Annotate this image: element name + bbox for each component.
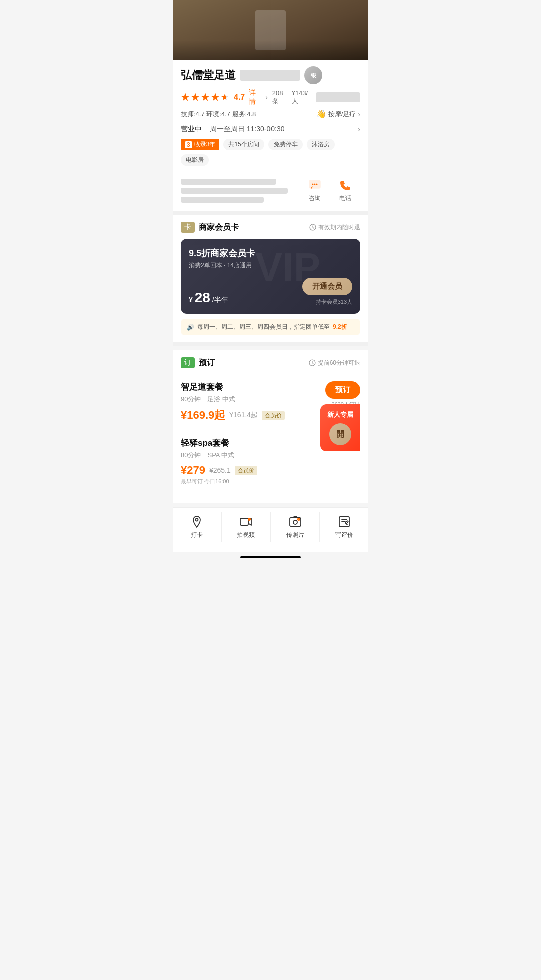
svg-point-2 <box>314 184 316 185</box>
tag-cinema: 电影房 <box>181 154 209 166</box>
package-1-name: 智足道套餐 <box>181 381 315 393</box>
new-user-popup[interactable]: 新人专属 開 <box>320 404 360 451</box>
chat-icon <box>308 178 322 192</box>
year-tag: 3 收录3年 <box>181 139 219 150</box>
price-number: 28 <box>195 290 210 305</box>
earliest-row-2: 最早可订 今日16:00 <box>181 478 360 485</box>
open-status: 营业中 <box>181 125 202 134</box>
svg-point-3 <box>316 184 318 185</box>
rating-detail[interactable]: 详情 <box>249 88 261 106</box>
rating-score: 4.7 <box>234 93 245 102</box>
nav-review-label: 写评价 <box>335 531 353 539</box>
package-2-pricing: ¥279 ¥265.1 会员价 <box>181 464 360 477</box>
consult-button[interactable]: 咨询 <box>300 178 330 203</box>
tag-parking: 免费停车 <box>268 139 303 150</box>
member-holders-count: 持卡会员313人 <box>316 298 352 306</box>
star-4 <box>211 93 220 102</box>
member-card-dark[interactable]: VIP 9.5折商家会员卡 消费2单回本 · 14店通用 ¥ 28 /半年 开通… <box>181 239 360 314</box>
svg-point-1 <box>312 184 314 185</box>
shop-name: 弘儒堂足道 <box>181 68 236 83</box>
package-1-price-sub: ¥161.4起 <box>229 411 258 420</box>
bottom-nav: 打卡 + 拍视频 + 传照片 <box>173 507 368 552</box>
home-indicator <box>240 556 301 558</box>
package-2-price-main: ¥279 <box>181 464 205 477</box>
promo-text: 每周一、周二、周三、周四会员日，指定团单低至 <box>197 323 330 331</box>
phone-icon <box>338 178 352 192</box>
star-2 <box>191 93 200 102</box>
member-promo-notice: 🔊 每周一、周二、周三、周四会员日，指定团单低至 9.2折 <box>181 319 360 335</box>
category-tag[interactable]: 👋 按摩/足疗 › <box>316 109 360 119</box>
hours-chevron-icon[interactable]: › <box>358 125 360 134</box>
star-rating: ★ ★ <box>181 93 230 102</box>
review-count: 208条 <box>272 89 288 106</box>
nav-video-label: 拍视频 <box>237 531 255 539</box>
price-currency: ¥ <box>189 296 193 304</box>
blurred-line-1 <box>181 179 276 185</box>
booking-section-title: 预订 <box>199 358 215 368</box>
package-1-member-tag: 会员价 <box>262 411 285 420</box>
photo-icon: + <box>288 515 302 529</box>
tag-rooms: 共15个房间 <box>223 139 264 150</box>
section-separator-2 <box>173 342 368 346</box>
shop-title-row: 弘儒堂足道 银 <box>181 66 360 84</box>
new-user-circle-btn[interactable]: 開 <box>329 423 351 445</box>
package-1-tags: 90分钟｜足浴 中式 <box>181 395 315 404</box>
price-unit: /半年 <box>212 296 228 304</box>
member-section-title: 商家会员卡 <box>199 222 239 233</box>
business-hours: 周一至周日 11:30-00:30 <box>210 125 285 134</box>
package-2-member-tag: 会员价 <box>235 466 257 475</box>
chevron-right-icon: › <box>358 110 360 118</box>
svg-point-11 <box>293 520 297 524</box>
new-user-label: 新人专属 <box>327 410 353 419</box>
blurred-line-3 <box>181 197 264 203</box>
contact-area: 咨询 电话 <box>181 173 360 203</box>
card-bg-text: VIP <box>255 244 320 290</box>
tags-row: 3 收录3年 共15个房间 免费停车 沐浴房 电影房 <box>181 139 360 166</box>
packages-container: 智足道套餐 90分钟｜足浴 中式 ¥169.9起 ¥161.4起 会员价 预订 … <box>181 374 360 496</box>
package-1-pricing: ¥169.9起 ¥161.4起 会员价 <box>181 408 315 423</box>
speaker-icon: 🔊 <box>187 324 194 331</box>
package-2-tags: 80分钟｜SPA 中式 <box>181 451 360 460</box>
booking-section-header: 订 预订 提前60分钟可退 <box>181 357 360 368</box>
sub-ratings-row: 技师:4.7 环境:4.7 服务:4.8 👋 按摩/足疗 › <box>181 109 360 119</box>
booking-icon: 订 <box>181 357 195 368</box>
price-per: ¥143/人 <box>292 89 312 106</box>
blurred-line-2 <box>181 188 288 194</box>
consult-label: 咨询 <box>309 194 321 203</box>
booking-title-row: 订 预订 <box>181 357 215 368</box>
package-2-price-sub: ¥265.1 <box>209 466 231 474</box>
nav-item-review[interactable]: 写评价 <box>320 512 368 542</box>
member-price: ¥ 28 /半年 <box>189 290 228 306</box>
shop-info-section: 弘儒堂足道 银 ★ ★ 4.7 详情 › 208条 ¥143/人 技师:4.7 … <box>173 60 368 211</box>
svg-point-6 <box>196 519 198 521</box>
video-icon: + <box>239 515 253 529</box>
chevron-icon: › <box>265 93 268 101</box>
hours-row: 营业中 周一至周日 11:30-00:30 › <box>181 125 360 134</box>
review-icon <box>337 515 351 529</box>
contact-buttons: 咨询 电话 <box>300 178 360 203</box>
package-1-price-main: ¥169.9起 <box>181 408 225 423</box>
tag-bath: 沐浴房 <box>307 139 335 150</box>
hero-image <box>173 0 368 60</box>
nav-item-photo[interactable]: + 传照片 <box>271 512 320 542</box>
member-refund-badge: 有效期内随时退 <box>309 223 360 232</box>
sub-ratings: 技师:4.7 环境:4.7 服务:4.8 <box>181 110 256 119</box>
svg-rect-7 <box>240 518 248 525</box>
book-button-1[interactable]: 预订 <box>325 381 360 399</box>
phone-label: 电话 <box>339 194 351 203</box>
phone-button[interactable]: 电话 <box>330 178 360 203</box>
nav-checkin-label: 打卡 <box>191 531 203 539</box>
contact-blurred-info <box>181 179 300 203</box>
card-icon: 卡 <box>181 222 195 233</box>
star-3 <box>201 93 210 102</box>
nav-item-checkin[interactable]: 打卡 <box>173 512 222 542</box>
blurred-info <box>316 92 360 102</box>
star-1 <box>181 93 190 102</box>
member-card-section: 卡 商家会员卡 有效期内随时退 VIP 9.5折商家会员卡 消费2单回本 · 1… <box>173 215 368 342</box>
rating-row: ★ ★ 4.7 详情 › 208条 ¥143/人 <box>181 88 360 106</box>
checkin-icon <box>190 515 204 529</box>
nav-item-video[interactable]: + 拍视频 <box>222 512 271 542</box>
booking-section: 订 预订 提前60分钟可退 智足道套餐 90分钟｜足浴 中式 ¥169.9起 ¥… <box>173 350 368 503</box>
nav-photo-label: 传照片 <box>286 531 304 539</box>
shop-name-blurred <box>240 70 300 81</box>
